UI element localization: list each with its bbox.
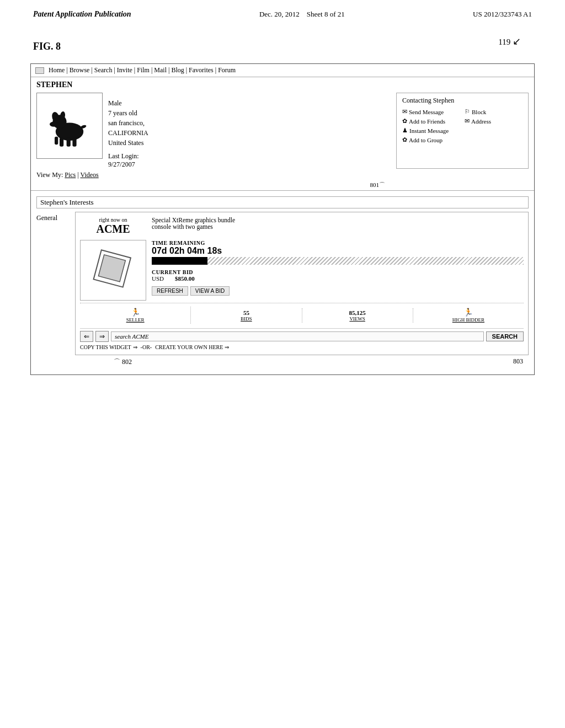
svg-rect-11	[98, 255, 125, 282]
contact-grid: ✉ Send Message ⚐ Block ✿ Add to Friends …	[402, 108, 523, 143]
bids-value: 55	[193, 309, 299, 316]
profile-name: STEPHEN	[36, 81, 529, 89]
last-login: Last Login: 9/27/2007	[108, 152, 391, 169]
block-icon: ⚐	[465, 108, 470, 115]
widget-bid-info: TIME REMAINING 07d 02h 04m 18s CURRENT B…	[152, 240, 524, 301]
ref-803: 803	[513, 357, 523, 367]
profile-photo	[36, 93, 103, 159]
envelope-icon: ✉	[402, 108, 407, 115]
forward-button[interactable]: ⇒	[95, 331, 109, 342]
svg-point-4	[50, 122, 57, 127]
diagram-container: Home | Browse | Search | Invite | Film |…	[30, 63, 535, 375]
search-button[interactable]: SEARCH	[486, 331, 524, 341]
progress-bar	[152, 257, 524, 265]
person-add-icon: ✿	[402, 117, 407, 125]
ref-arrow: ↙	[513, 35, 521, 47]
views-value: 85,125	[305, 309, 411, 316]
bids-label: BIDS	[193, 316, 299, 322]
bottom-refs: ⌒ 802 803	[36, 355, 529, 371]
high-bidder-stat[interactable]: 🏃 HIGH BIDDER	[413, 307, 524, 324]
widget-product-info: Special XtReme graphics bundle console w…	[152, 217, 524, 235]
interests-content: General right now on ACME Special XtReme…	[36, 212, 529, 355]
create-arrow-icon: ⇒	[225, 344, 229, 350]
progress-striped	[207, 257, 524, 265]
copy-widget-action[interactable]: COPY THIS WIDGET ⇒	[80, 344, 137, 350]
nav-links: Home | Browse | Search | Invite | Film |…	[49, 66, 236, 74]
page-header: Patent Application Publication Dec. 20, …	[0, 0, 565, 19]
acme-label-area: right now on ACME	[80, 217, 146, 235]
pics-link[interactable]: Pics	[65, 171, 76, 179]
bids-stat: 55 BIDS	[191, 308, 302, 323]
browser-icon	[35, 67, 44, 74]
product-subtitle: console with two games	[152, 223, 524, 230]
widget-middle: TIME REMAINING 07d 02h 04m 18s CURRENT B…	[80, 240, 524, 301]
svg-rect-8	[72, 138, 76, 147]
ref-801: 801⌒	[370, 181, 386, 189]
group-icon: ✿	[402, 136, 407, 143]
bid-amount: $850.00	[175, 275, 195, 282]
instant-message-item[interactable]: ♟ Instant Message	[402, 127, 523, 134]
seller-stat[interactable]: 🏃 SELLER	[80, 307, 191, 324]
publication-label: Patent Application Publication	[33, 10, 131, 19]
city: san francisco,	[108, 118, 391, 128]
currency: USD	[152, 275, 164, 282]
view-bid-button[interactable]: VIEW A BID	[190, 286, 230, 296]
block-item[interactable]: ⚐ Block	[465, 108, 523, 115]
profile-content: Male 7 years old san francisco, CALIFORN…	[36, 93, 529, 169]
refresh-button[interactable]: REFRESH	[152, 286, 188, 296]
section-divider	[31, 190, 534, 191]
search-input[interactable]: search ACME	[111, 331, 484, 341]
seller-label: SELLER	[82, 317, 188, 323]
time-remaining-label: TIME REMAINING	[152, 240, 524, 246]
right-now-label: right now on	[80, 217, 146, 223]
contacting-title: Contacting Stephen	[402, 97, 523, 105]
profile-info: Male 7 years old san francisco, CALIFORN…	[108, 93, 391, 169]
time-remaining-value: 07d 02h 04m 18s	[152, 246, 524, 256]
send-message-item[interactable]: ✉ Send Message	[402, 108, 460, 115]
views-label: VIEWS	[305, 316, 411, 322]
create-own-action[interactable]: CREATE YOUR OWN HERE ⇒	[155, 344, 229, 350]
product-title: Special XtReme graphics bundle	[152, 217, 524, 223]
widget-image	[80, 240, 146, 301]
patent-number: US 2012/323743 A1	[473, 10, 532, 19]
ref-802: ⌒ 802	[114, 357, 132, 367]
add-group-item[interactable]: ✿ Add to Group	[402, 136, 523, 143]
nav-bar: Home | Browse | Search | Invite | Film |…	[31, 64, 534, 77]
profile-section: STEPHEN	[31, 77, 534, 188]
bid-buttons: REFRESH VIEW A BID	[152, 286, 524, 296]
fig-area: FIG. 8 119 ↙	[0, 19, 565, 63]
country: United States	[108, 138, 391, 148]
back-button[interactable]: ⇐	[80, 331, 93, 342]
widget-top: right now on ACME Special XtReme graphic…	[80, 217, 524, 235]
copy-arrow-icon: ⇒	[133, 344, 137, 350]
interests-label: General	[36, 212, 70, 355]
high-bidder-icon: 🏃	[415, 308, 521, 317]
view-my: View My: Pics | Videos	[36, 171, 529, 179]
svg-rect-6	[60, 138, 63, 147]
contacting-box: Contacting Stephen ✉ Send Message ⚐ Bloc…	[396, 93, 529, 169]
widget-footer: COPY THIS WIDGET ⇒ -OR- CREATE YOUR OWN …	[80, 344, 524, 350]
high-bidder-label: HIGH BIDDER	[415, 317, 521, 323]
interests-section: Stephen's Interests General right now on…	[31, 193, 534, 374]
current-bid-label: CURRENT BID	[152, 269, 524, 275]
add-friends-item[interactable]: ✿ Add to Friends	[402, 117, 460, 125]
gender: Male	[108, 98, 391, 108]
views-stat: 85,125 VIEWS	[302, 308, 413, 323]
address-icon: ✉	[465, 117, 470, 125]
svg-rect-7	[67, 138, 71, 147]
dog-silhouette	[45, 101, 94, 151]
stats-row: 🏃 SELLER 55 BIDS 85,125 VIEWS 🏃 HIGH BID…	[80, 303, 524, 324]
state: CALIFORNIA	[108, 128, 391, 138]
fig-label: FIG. 8	[33, 41, 532, 52]
interests-header: Stephen's Interests	[36, 196, 529, 208]
date-sheet: Dec. 20, 2012 Sheet 8 of 21	[259, 10, 345, 19]
search-row: ⇐ ⇒ search ACME SEARCH	[80, 328, 524, 342]
videos-link[interactable]: Videos	[80, 171, 98, 179]
current-bid-row: USD $850.00	[152, 275, 524, 282]
age: 7 years old	[108, 108, 391, 118]
or-label: -OR-	[141, 344, 152, 350]
seller-icon: 🏃	[82, 308, 188, 317]
address-item[interactable]: ✉ Address	[465, 117, 523, 125]
profile-bottom: View My: Pics | Videos 801⌒	[36, 171, 529, 185]
product-image-svg	[88, 245, 138, 295]
